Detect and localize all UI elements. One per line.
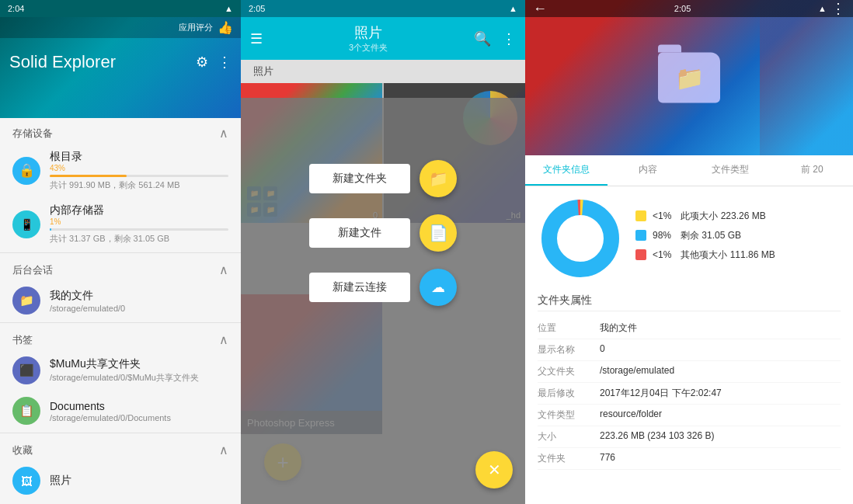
panel3-header-image: ← 2:05 ▲ ⋮ 📁 (525, 0, 853, 155)
more-icon-p3[interactable]: ⋮ (831, 0, 845, 17)
chart-legend: <1% 此项大小 223.26 MB 98% 剩余 31.05 GB <1% 其… (635, 210, 841, 268)
attr-key-location: 位置 (538, 322, 600, 335)
breadcrumb-text: 照片 (253, 65, 273, 77)
large-folder-icon: 📁 (658, 53, 720, 103)
attr-key-size: 大小 (538, 430, 600, 443)
favorites-chevron-icon[interactable]: ∧ (219, 443, 228, 457)
storage-item-myfiles[interactable]: 📁 我的文件 /storage/emulated/0 (0, 280, 241, 321)
panel2-breadcrumb: 照片 (241, 60, 525, 83)
panel2-subtitle: 3个文件夹 (349, 42, 388, 54)
legend-desc-3: 其他项大小 111.86 MB (681, 249, 775, 262)
new-folder-row: 新建文件夹 📁 (241, 160, 525, 197)
photos-name: 照片 (50, 474, 228, 488)
overflow-icon[interactable]: ⋮ (502, 30, 516, 47)
chat-section-header: 后台会话 ∧ (0, 255, 241, 280)
attr-table: 位置 我的文件 显示名称 0 父文件夹 /storage/emulated 最后… (538, 318, 841, 470)
chart-section: <1% 此项大小 223.26 MB 98% 剩余 31.05 GB <1% 其… (538, 196, 841, 281)
mumu-info: $MuMu共享文件夹 /storage/emulated/0/$MuMu共享文件… (50, 357, 228, 384)
myfiles-name: 我的文件 (50, 289, 228, 303)
panel1-title-row: Solid Explorer ⚙ ⋮ (9, 52, 232, 72)
root-progress-fill (50, 175, 127, 177)
panel1-action-icons: ⚙ ⋮ (196, 54, 232, 71)
new-file-button[interactable]: 新建文件 (309, 218, 410, 248)
internal-sub: 共计 31.37 GB，剩余 31.05 GB (50, 233, 228, 245)
settings-icon[interactable]: ⚙ (196, 54, 208, 71)
new-cloud-button[interactable]: 新建云连接 (309, 273, 410, 302)
myfiles-icon: 📁 (12, 287, 40, 315)
tab-file-type[interactable]: 文件类型 (689, 155, 771, 186)
app-title: Solid Explorer (9, 52, 116, 72)
photos-icon: 🖼 (12, 467, 40, 495)
panel2-photos: 2:05 ▲ ☰ 照片 3个文件夹 🔍 ⋮ 照片 📁 📁 📁 📁 (241, 0, 525, 504)
myfiles-sub: /storage/emulated/0 (50, 304, 228, 313)
bookmark-section-label: 书签 (12, 333, 33, 347)
attr-val-modified: 2017年12月04日 下午2:02:47 (600, 387, 841, 400)
attr-row-folders: 文件夹 776 (538, 448, 841, 470)
legend-dot-2 (635, 230, 646, 241)
storage-section-header: 存储设备 ∧ (0, 118, 241, 144)
new-file-fab[interactable]: 📄 (420, 214, 457, 252)
bookmark-chevron-icon[interactable]: ∧ (219, 332, 228, 347)
documents-info: Documents /storage/emulated/0/Documents (50, 400, 228, 422)
attr-row-size: 大小 223.26 MB (234 103 326 B) (538, 426, 841, 448)
attr-row-modified: 最后修改 2017年12月04日 下午2:02:47 (538, 383, 841, 405)
status-time-p3: 2:05 (674, 4, 691, 13)
storage-chevron-icon[interactable]: ∧ (219, 126, 228, 141)
new-cloud-row: 新建云连接 ☁ (241, 269, 525, 306)
donut-svg (538, 196, 623, 281)
back-arrow-icon[interactable]: ← (533, 1, 547, 17)
status-time-p1: 2:04 (8, 4, 24, 13)
storage-item-documents[interactable]: 📋 Documents /storage/emulated/0/Document… (0, 391, 241, 431)
tab-content[interactable]: 内容 (608, 155, 690, 186)
attr-key-folders: 文件夹 (538, 452, 600, 465)
photos-info: 照片 (50, 474, 228, 488)
tab-top20[interactable]: 前 20 (771, 155, 854, 186)
legend-dot-1 (635, 210, 646, 221)
new-folder-fab[interactable]: 📁 (420, 160, 457, 197)
attr-val-filetype: resource/folder (600, 408, 841, 422)
internal-progress-fill (50, 228, 51, 231)
divider-2 (0, 322, 241, 323)
attr-val-parent: /storage/emulated (600, 365, 841, 378)
storage-item-root[interactable]: 🔒 根目录 43% 共计 991.90 MB，剩余 561.24 MB (0, 144, 241, 197)
status-time-p2: 2:05 (249, 4, 265, 13)
mumu-name: $MuMu共享文件夹 (50, 357, 228, 371)
favorites-section-label: 收藏 (12, 443, 33, 457)
panel1-header: 应用评分 👍 Solid Explorer ⚙ ⋮ (0, 17, 241, 118)
mumu-sub: /storage/emulated/0/$MuMu共享文件夹 (50, 372, 228, 384)
new-folder-button[interactable]: 新建文件夹 (309, 164, 410, 193)
storage-item-internal[interactable]: 📱 内部存储器 1% 共计 31.37 GB，剩余 31.05 GB (0, 197, 241, 251)
rating-bar[interactable]: 应用评分 👍 (0, 17, 241, 38)
close-fab-wrap: ✕ (475, 451, 513, 488)
menu-icon[interactable]: ☰ (250, 30, 263, 47)
documents-name: Documents (50, 400, 228, 412)
close-fab[interactable]: ✕ (475, 451, 513, 488)
file-icon: 📄 (429, 224, 448, 242)
panel2-title-group: 照片 3个文件夹 (349, 23, 388, 54)
legend-desc-2: 剩余 31.05 GB (681, 229, 741, 242)
more-icon[interactable]: ⋮ (218, 54, 232, 71)
chat-chevron-icon[interactable]: ∧ (219, 262, 228, 277)
attr-key-displayname: 显示名称 (538, 343, 600, 356)
tab-folder-info[interactable]: 文件夹信息 (525, 155, 608, 186)
attr-row-parent: 父文件夹 /storage/emulated (538, 361, 841, 383)
root-icon: 🔒 (12, 157, 40, 185)
root-info: 根目录 43% 共计 991.90 MB，剩余 561.24 MB (50, 150, 228, 191)
root-name: 根目录 (50, 150, 228, 164)
documents-sub: /storage/emulated/0/Documents (50, 413, 228, 422)
search-icon[interactable]: 🔍 (474, 30, 491, 47)
attr-row-displayname: 显示名称 0 (538, 339, 841, 361)
panel2-title: 照片 (354, 23, 382, 42)
tab-file-type-label: 文件类型 (712, 164, 749, 175)
wifi-icon-p1: ▲ (225, 4, 233, 13)
wifi-icon-p3: ▲ (818, 4, 827, 13)
divider-1 (0, 252, 241, 253)
folder-icon: 📁 (429, 169, 448, 188)
tab-top20-label: 前 20 (801, 164, 823, 175)
chat-section-label: 后台会话 (12, 263, 53, 277)
new-cloud-fab[interactable]: ☁ (420, 269, 457, 306)
storage-item-mumu[interactable]: ⬛ $MuMu共享文件夹 /storage/emulated/0/$MuMu共享… (0, 350, 241, 391)
internal-icon: 📱 (12, 210, 40, 238)
storage-item-photos[interactable]: 🖼 照片 (0, 461, 241, 501)
attr-val-location: 我的文件 (600, 322, 841, 335)
